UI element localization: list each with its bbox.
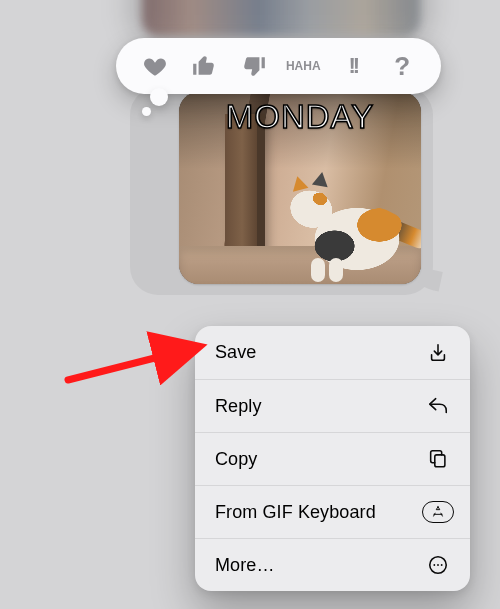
more-icon <box>426 553 450 577</box>
tapback-emphasize[interactable]: !! <box>336 49 370 83</box>
menu-item-save[interactable]: Save <box>195 326 470 379</box>
tapback-haha[interactable]: HA HA <box>286 49 320 83</box>
emphasize-icon: !! <box>348 53 357 79</box>
tapback-bar: HA HA !! ? <box>116 38 441 94</box>
appstore-badge-icon <box>426 500 450 524</box>
menu-item-more[interactable]: More… <box>195 538 470 591</box>
thumbs-down-icon <box>241 53 267 79</box>
svg-point-2 <box>433 564 435 566</box>
menu-item-from-gif-keyboard[interactable]: From GIF Keyboard <box>195 485 470 538</box>
svg-point-4 <box>441 564 443 566</box>
menu-item-copy[interactable]: Copy <box>195 432 470 485</box>
copy-icon <box>426 447 450 471</box>
gif-caption-text: MONDAY <box>179 98 421 136</box>
menu-item-reply[interactable]: Reply <box>195 379 470 432</box>
haha-icon-bottom: HA <box>303 61 320 71</box>
tapback-heart[interactable] <box>138 49 172 83</box>
tapback-question[interactable]: ? <box>385 49 419 83</box>
context-menu: Save Reply Copy From GIF Keyboard More… <box>195 326 470 591</box>
svg-line-5 <box>68 348 194 380</box>
menu-item-label: Reply <box>215 396 262 417</box>
tapback-thumbs-down[interactable] <box>237 49 271 83</box>
svg-rect-0 <box>435 455 445 467</box>
tapback-tail-large <box>150 88 168 106</box>
question-icon: ? <box>394 51 410 82</box>
reply-icon <box>426 394 450 418</box>
heart-icon <box>142 53 168 79</box>
gif-attachment[interactable]: MONDAY <box>179 92 421 284</box>
thumbs-up-icon <box>191 53 217 79</box>
menu-item-label: More… <box>215 555 275 576</box>
download-icon <box>426 341 450 365</box>
menu-item-label: Save <box>215 342 256 363</box>
menu-item-label: Copy <box>215 449 257 470</box>
haha-icon-top: HA <box>286 61 303 71</box>
tapback-tail-small <box>142 107 151 116</box>
menu-item-label: From GIF Keyboard <box>215 502 376 523</box>
prior-attachment-blurred <box>142 0 420 36</box>
svg-point-3 <box>437 564 439 566</box>
tapback-thumbs-up[interactable] <box>187 49 221 83</box>
gif-cat <box>287 170 417 280</box>
annotation-arrow <box>62 298 212 398</box>
